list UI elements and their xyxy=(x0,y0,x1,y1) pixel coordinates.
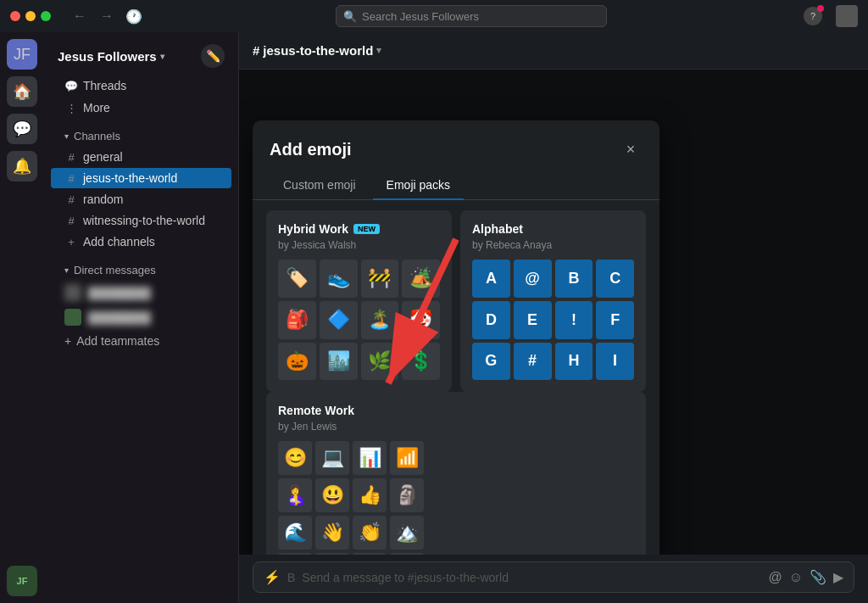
emoji-cell[interactable]: I xyxy=(596,343,634,381)
emoji-cell[interactable]: # xyxy=(514,343,552,381)
emoji-cell[interactable]: A xyxy=(472,260,510,298)
workspace-icon[interactable]: JF xyxy=(7,39,37,70)
tab-emoji-packs[interactable]: Emoji packs xyxy=(373,171,464,200)
emoji-cell[interactable]: 🏔️ xyxy=(390,516,424,550)
sidebar-item-witnessing[interactable]: # witnessing-to-the-world xyxy=(51,210,231,231)
home-icon[interactable]: 🏠 xyxy=(7,76,37,107)
emoji-cell[interactable]: F xyxy=(596,301,634,339)
emoji-cell[interactable]: E xyxy=(514,301,552,339)
close-button[interactable] xyxy=(10,11,20,21)
emoji-cell[interactable]: 🏷️ xyxy=(278,260,316,298)
user-avatar[interactable] xyxy=(836,5,858,27)
emoji-cell[interactable]: 🗿 xyxy=(390,478,424,512)
tab-custom-emoji[interactable]: Custom emoji xyxy=(270,171,370,200)
emoji-cell[interactable]: 📊 xyxy=(353,441,387,475)
sidebar-item-more[interactable]: ⋮ More xyxy=(51,98,231,118)
threads-label: Threads xyxy=(83,79,126,92)
at-icon[interactable]: @ xyxy=(768,570,782,585)
dm-arrow: ▾ xyxy=(64,265,69,275)
lightning-icon[interactable]: ⚡ xyxy=(264,569,281,585)
emoji-cell[interactable]: 🤡 xyxy=(402,301,440,339)
channel-hash: # xyxy=(253,43,259,58)
sidebar-item-general[interactable]: # general xyxy=(51,147,231,167)
emoji-cell[interactable]: 👍 xyxy=(353,478,387,512)
emoji-modal: Add emoji × Custom emoji Emoji packs xyxy=(253,120,659,555)
main-content: # jesus-to-the-world ▾ Add emoji × Custo… xyxy=(239,32,868,603)
message-input-container: ⚡ B Send a message to #jesus-to-the-worl… xyxy=(239,555,868,603)
emoji-cell[interactable]: G xyxy=(472,343,510,381)
alphabet-emoji-grid: A @ B C D E ! F G # xyxy=(472,260,634,380)
user-status-avatar[interactable]: JF xyxy=(7,566,37,596)
sidebar-item-jesus-to-the-world[interactable]: # jesus-to-the-world xyxy=(51,168,231,188)
dm-section-header[interactable]: ▾ Direct messages xyxy=(51,260,231,280)
dm-icon[interactable]: 💬 xyxy=(7,114,37,144)
emoji-cell[interactable]: 🚧 xyxy=(361,260,399,298)
dm-name-2: ████████ xyxy=(88,311,151,324)
emoji-icon[interactable]: ☺ xyxy=(789,570,803,585)
emoji-cell[interactable]: 🏝️ xyxy=(361,301,399,339)
emoji-cell[interactable]: 😊 xyxy=(278,441,312,475)
add-teammates-item[interactable]: + Add teammates xyxy=(51,331,231,351)
attach-icon[interactable]: 📎 xyxy=(810,569,826,585)
emoji-cell[interactable]: 🤱 xyxy=(278,478,312,512)
emoji-cell[interactable]: 🎃 xyxy=(278,343,316,381)
new-badge: NEW xyxy=(353,224,380,234)
modal-close-button[interactable]: × xyxy=(619,137,643,161)
emoji-cell[interactable]: 📶 xyxy=(390,441,424,475)
emoji-cell[interactable]: ! xyxy=(555,301,593,339)
message-placeholder[interactable]: Send a message to #jesus-to-the-world xyxy=(302,571,761,584)
channel-chevron[interactable]: ▾ xyxy=(376,45,381,56)
traffic-lights xyxy=(10,11,51,21)
emoji-cell[interactable]: 👟 xyxy=(320,260,358,298)
activity-icon[interactable]: 🔔 xyxy=(7,151,37,181)
channels-section-header[interactable]: ▾ Channels xyxy=(51,126,231,146)
channel-random-label: random xyxy=(83,193,123,206)
emoji-cell[interactable]: H xyxy=(555,343,593,381)
emoji-cell[interactable]: 💻 xyxy=(315,441,349,475)
compose-button[interactable]: ✏️ xyxy=(201,44,225,68)
emoji-cell[interactable]: D xyxy=(472,301,510,339)
emoji-cell[interactable]: 👏 xyxy=(353,516,387,550)
dm-item-1[interactable]: ████████ xyxy=(51,281,231,304)
dm-label: Direct messages xyxy=(74,264,156,276)
emoji-cell[interactable]: 👋 xyxy=(315,516,349,550)
emoji-cell[interactable]: 🔷 xyxy=(320,301,358,339)
pack-hybrid-work: Hybrid Work NEW by Jessica Walsh 🏷️ 👟 🚧 … xyxy=(266,210,452,392)
workspace-name[interactable]: Jesus Followers ▾ xyxy=(58,49,164,64)
message-input-box[interactable]: ⚡ B Send a message to #jesus-to-the-worl… xyxy=(253,561,854,593)
emoji-cell[interactable]: 🎒 xyxy=(278,301,316,339)
back-button[interactable]: ← xyxy=(68,4,92,28)
search-bar[interactable]: 🔍 Search Jesus Followers xyxy=(336,5,607,27)
emoji-cell[interactable]: 🌊 xyxy=(278,516,312,550)
more-icon: ⋮ xyxy=(64,102,78,114)
help-button[interactable]: ? xyxy=(804,7,822,25)
search-icon: 🔍 xyxy=(343,10,357,23)
emoji-cell[interactable]: 🏕️ xyxy=(402,260,440,298)
maximize-button[interactable] xyxy=(41,11,51,21)
pack-alphabet-author: by Rebeca Anaya xyxy=(472,239,634,251)
threads-icon: 💬 xyxy=(64,80,78,92)
top-packs-row: Hybrid Work NEW by Jessica Walsh 🏷️ 👟 🚧 … xyxy=(253,200,659,392)
emoji-cell[interactable]: 🏙️ xyxy=(320,343,358,381)
modal-header: Add emoji × xyxy=(253,120,659,171)
add-channels-item[interactable]: + Add channels xyxy=(51,232,231,252)
sidebar-item-random[interactable]: # random xyxy=(51,189,231,209)
input-actions: @ ☺ 📎 ▶ xyxy=(768,569,843,585)
sidebar-item-threads[interactable]: 💬 Threads xyxy=(51,75,231,96)
hash-icon-active: # xyxy=(64,172,78,185)
emoji-cell[interactable]: @ xyxy=(514,260,552,298)
add-teammates-icon: + xyxy=(64,334,71,348)
dm-item-2[interactable]: ████████ xyxy=(51,305,231,329)
more-label: More xyxy=(83,101,110,114)
emoji-cell[interactable]: B xyxy=(555,260,593,298)
emoji-cell[interactable]: 🌿 xyxy=(361,343,399,381)
add-teammates-label: Add teammates xyxy=(76,334,159,348)
emoji-cell[interactable]: 💲 xyxy=(402,343,440,381)
history-button[interactable]: 🕐 xyxy=(122,4,146,28)
send-icon[interactable]: ▶ xyxy=(833,569,843,585)
minimize-button[interactable] xyxy=(25,11,36,21)
pack-remote-work: Remote Work by Jen Lewis 😊 💻 📊 📶 🤱 😃 xyxy=(266,392,646,555)
forward-button[interactable]: → xyxy=(95,4,119,28)
emoji-cell[interactable]: C xyxy=(596,260,634,298)
emoji-cell[interactable]: 😃 xyxy=(315,478,349,512)
